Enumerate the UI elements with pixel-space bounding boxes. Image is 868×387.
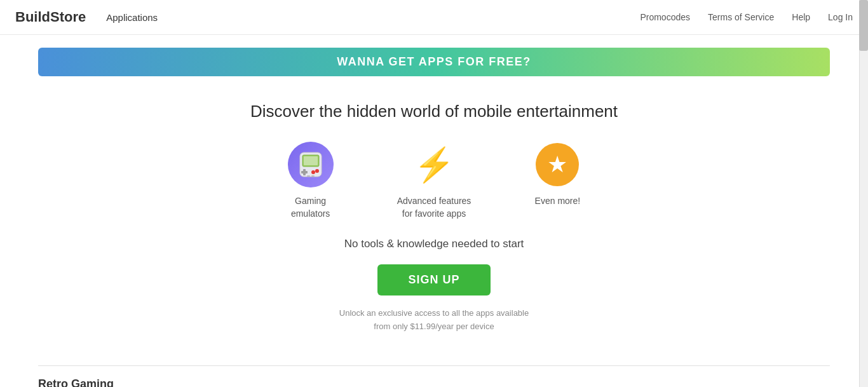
feature-advanced-label: Advanced featuresfor favorite apps — [397, 195, 471, 220]
svg-rect-8 — [311, 175, 315, 177]
nav-terms[interactable]: Terms of Service — [708, 12, 774, 22]
feature-gaming-label: Gamingemulators — [291, 195, 330, 220]
logo[interactable]: BuildStore — [15, 9, 86, 25]
scrollbar-thumb[interactable] — [859, 0, 868, 51]
nav-login[interactable]: Log In — [828, 12, 853, 22]
section-divider — [38, 365, 830, 366]
hero-title: Discover the hidden world of mobile ente… — [0, 102, 868, 121]
gameboy-svg — [296, 150, 325, 179]
applications-link[interactable]: Applications — [106, 12, 158, 23]
star-icon: ★ — [547, 151, 567, 178]
banner-text: WANNA GET APPS FOR FREE? — [337, 55, 531, 69]
svg-rect-4 — [301, 171, 308, 173]
lightning-icon: ⚡ — [414, 148, 455, 181]
feature-advanced: ⚡ Advanced featuresfor favorite apps — [397, 142, 471, 220]
feature-more: ★ Even more! — [534, 142, 580, 220]
nav-promocodes[interactable]: Promocodes — [640, 12, 690, 22]
unlock-text: Unlock an exclusive access to all the ap… — [0, 307, 868, 334]
svg-point-5 — [315, 169, 319, 173]
signup-button[interactable]: SIGN UP — [377, 264, 490, 295]
svg-rect-2 — [304, 156, 318, 165]
promo-banner[interactable]: WANNA GET APPS FOR FREE? — [38, 48, 830, 76]
scrollbar[interactable] — [859, 0, 868, 387]
gameboy-icon-wrap — [288, 142, 334, 187]
lightning-icon-wrap: ⚡ — [411, 142, 457, 187]
retro-title: Retro Gaming — [38, 377, 830, 387]
star-circle: ★ — [536, 143, 579, 186]
hero-section: Discover the hidden world of mobile ente… — [0, 89, 868, 353]
star-icon-wrap: ★ — [534, 142, 580, 187]
svg-rect-7 — [307, 175, 310, 177]
feature-more-label: Even more! — [535, 195, 581, 208]
nav-help[interactable]: Help — [792, 12, 810, 22]
retro-gaming-section: Retro Gaming 🎮 — [0, 377, 868, 387]
feature-gaming: Gamingemulators — [288, 142, 334, 220]
nav-links: Promocodes Terms of Service Help Log In — [640, 12, 853, 22]
navbar: BuildStore Applications Promocodes Terms… — [0, 0, 868, 35]
no-tools-text: No tools & knowledge needed to start — [0, 238, 868, 250]
features-row: Gamingemulators ⚡ Advanced featuresfor f… — [0, 142, 868, 220]
svg-point-6 — [311, 170, 315, 174]
